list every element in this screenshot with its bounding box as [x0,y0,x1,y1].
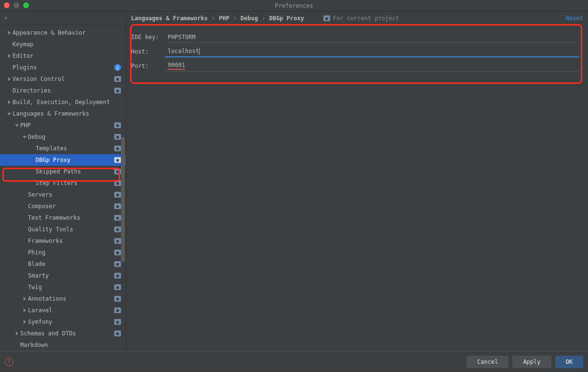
project-scope-icon: ▣ [114,296,121,302]
scrollbar[interactable] [121,137,125,262]
project-scope-icon: ▣ [114,284,121,290]
ok-button[interactable]: OK [555,356,583,368]
tree-item-quality-tools[interactable]: Quality Tools ▣ [0,224,126,235]
tree-item-languages[interactable]: Languages & Frameworks [0,108,126,120]
tree-item-vcs[interactable]: Version Control ▣ [0,73,126,85]
tree-label: Servers [28,191,114,198]
port-label: Port: [131,63,165,69]
project-scope-icon: ▣ [114,169,121,174]
breadcrumb-item[interactable]: Debug [241,15,258,22]
tree-item-schemas[interactable]: Schemas and DTDs ▣ [0,328,126,339]
tree-item-build[interactable]: Build, Execution, Deployment [0,96,126,108]
tree-label: Blade [28,261,114,267]
port-value: 90001 [168,62,185,70]
tree-label: Templates [36,145,114,152]
tree-item-annotations[interactable]: Annotations ▣ [0,293,126,305]
project-scope-icon: ▣ [114,88,121,93]
tree-item-blade[interactable]: Blade ▣ [0,258,126,270]
tree-label: Skipped Paths [36,168,114,175]
reset-link[interactable]: Reset [566,15,583,22]
tree-item-php[interactable]: PHP ▣ [0,120,126,131]
tree-item-debug[interactable]: Debug ▣ [0,131,126,143]
tree-item-smarty[interactable]: Smarty ▣ [0,270,126,281]
project-scope-icon: ▣ [114,76,121,82]
help-icon[interactable]: ? [5,358,13,366]
close-window-button[interactable] [4,2,10,8]
tree-label: Phing [28,249,114,256]
tree-label: Frameworks [28,238,114,244]
tree-label: Version Control [13,76,114,82]
breadcrumb-item[interactable]: Languages & Frameworks [131,15,208,22]
ide-key-input[interactable] [165,31,579,43]
project-scope-icon: ▣ [114,215,121,221]
breadcrumb-item[interactable]: PHP [219,15,229,22]
search-row: ⌕ [0,12,126,25]
tree-item-markdown[interactable]: Markdown [0,339,126,351]
tree-item-directories[interactable]: Directories ▣ [0,85,126,96]
tree-label: Schemas and DTDs [20,330,114,337]
tree-label: Languages & Frameworks [13,110,121,117]
titlebar: Preferences [0,0,588,12]
tree-item-templates[interactable]: Templates ▣ [0,143,126,154]
tree-item-composer[interactable]: Composer ▣ [0,200,126,212]
cancel-button[interactable]: Cancel [467,356,508,368]
tree-item-servers[interactable]: Servers ▣ [0,189,126,200]
scope-text: For current project [333,15,399,22]
tree-item-test-frameworks[interactable]: Test Frameworks ▣ [0,212,126,224]
chevron-down-icon [23,136,27,138]
tree-item-twig[interactable]: Twig ▣ [0,281,126,293]
chevron-right-icon [8,31,11,35]
tree-label: Composer [28,203,114,210]
project-scope-icon: ▣ [114,134,121,140]
project-scope-icon: ▣ [323,15,330,21]
tree-label: Debug [28,133,114,140]
tree-item-laravel[interactable]: Laravel ▣ [0,305,126,316]
form-area: IDE key: Host: localhost Port: 90001 [126,25,588,78]
settings-tree[interactable]: Appearance & Behavior Keymap Editor Plug… [0,25,126,351]
chevron-down-icon [7,113,11,115]
tree-label: Editor [13,53,121,59]
tree-item-dbgp-proxy[interactable]: DBGp Proxy ▣ [0,154,126,166]
search-input[interactable] [10,14,122,22]
form-row-host: Host: localhost [131,44,583,59]
settings-sidebar: ⌕ Appearance & Behavior Keymap Editor Pl… [0,12,126,351]
button-row: Cancel Apply OK [467,356,583,368]
breadcrumb-separator: › [261,15,266,22]
project-scope-icon: ▣ [114,192,121,198]
port-input[interactable]: 90001 [165,60,579,72]
form-row-port: Port: 90001 [131,59,583,73]
tree-item-appearance[interactable]: Appearance & Behavior [0,27,126,39]
project-scope-icon: ▣ [114,307,121,313]
tree-item-frameworks[interactable]: Frameworks ▣ [0,235,126,247]
chevron-right-icon [8,77,11,81]
host-input[interactable]: localhost [165,46,579,57]
tree-label: Laravel [28,307,114,314]
tree-label: Test Frameworks [28,214,114,221]
settings-content: Languages & Frameworks › PHP › Debug › D… [126,12,588,351]
maximize-window-button[interactable] [23,2,29,8]
tree-item-editor[interactable]: Editor [0,50,126,62]
search-icon: ⌕ [4,14,8,22]
tree-item-keymap[interactable]: Keymap [0,39,126,50]
tree-item-phing[interactable]: Phing ▣ [0,247,126,258]
tree-label: Appearance & Behavior [13,29,121,36]
tree-label: Symfony [28,319,114,325]
tree-label: Quality Tools [28,226,114,233]
chevron-right-icon [24,308,26,312]
tree-label: Annotations [28,295,114,302]
tree-item-skipped-paths[interactable]: Skipped Paths ▣ [0,166,126,177]
tree-label: Twig [28,284,114,291]
bottom-bar: ? Cancel Apply OK [0,351,588,372]
tree-item-step-filters[interactable]: Step Filters ▣ [0,177,126,189]
project-scope-icon: ▣ [114,238,121,244]
tree-label: Markdown [20,342,121,348]
tree-item-symfony[interactable]: Symfony ▣ [0,316,126,328]
tree-item-plugins[interactable]: Plugins i [0,62,126,73]
info-badge-icon: i [114,64,121,71]
breadcrumb: Languages & Frameworks › PHP › Debug › D… [131,15,304,22]
apply-button[interactable]: Apply [512,356,551,368]
host-label: Host: [131,48,165,55]
tree-label: DBGp Proxy [36,157,114,163]
project-scope-icon: ▣ [114,250,121,255]
minimize-window-button[interactable] [13,2,19,8]
